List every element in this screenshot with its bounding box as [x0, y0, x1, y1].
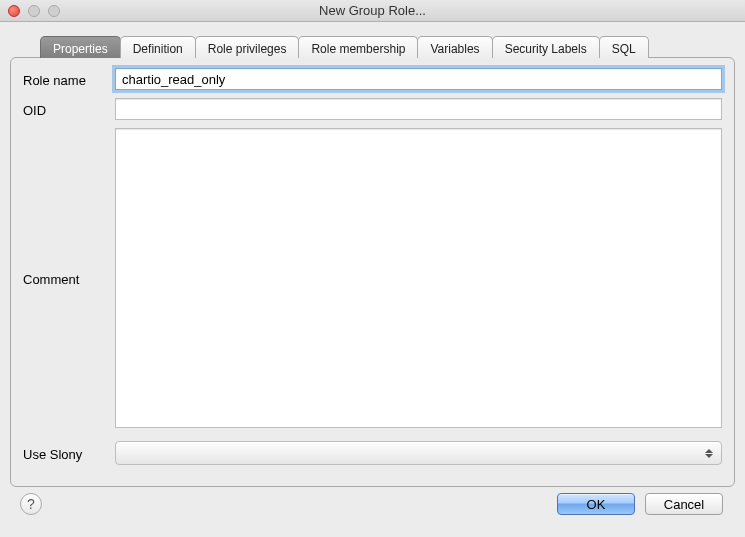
tab-security-labels[interactable]: Security Labels	[492, 36, 600, 58]
tab-properties[interactable]: Properties	[40, 36, 121, 58]
close-icon[interactable]	[8, 5, 20, 17]
tab-definition[interactable]: Definition	[120, 36, 196, 58]
tab-role-membership[interactable]: Role membership	[298, 36, 418, 58]
role-name-input[interactable]	[115, 68, 722, 90]
window-title: New Group Role...	[0, 3, 745, 18]
use-slony-label: Use Slony	[23, 444, 115, 462]
tab-bar: Properties Definition Role privileges Ro…	[40, 36, 731, 58]
oid-field	[115, 98, 722, 120]
tab-variables[interactable]: Variables	[417, 36, 492, 58]
comment-textarea[interactable]	[115, 128, 722, 428]
help-button[interactable]: ?	[20, 493, 42, 515]
tab-sql[interactable]: SQL	[599, 36, 649, 58]
maximize-icon[interactable]	[48, 5, 60, 17]
use-slony-select[interactable]	[115, 441, 722, 465]
comment-label: Comment	[23, 272, 115, 287]
tab-role-privileges[interactable]: Role privileges	[195, 36, 300, 58]
chevron-updown-icon	[703, 449, 715, 458]
role-name-label: Role name	[23, 70, 115, 88]
minimize-icon[interactable]	[28, 5, 40, 17]
cancel-button[interactable]: Cancel	[645, 493, 723, 515]
ok-button[interactable]: OK	[557, 493, 635, 515]
oid-label: OID	[23, 100, 115, 118]
window-titlebar: New Group Role...	[0, 0, 745, 22]
properties-pane: Role name OID Comment Use Slony	[10, 57, 735, 487]
